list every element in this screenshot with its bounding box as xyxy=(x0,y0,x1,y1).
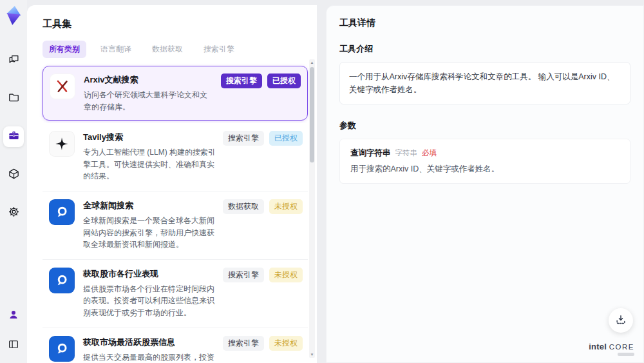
tool-name: 全球新闻搜索 xyxy=(83,200,216,211)
user-icon xyxy=(8,309,19,322)
tool-name: 获取市场最活跃股票信息 xyxy=(83,337,216,348)
app-sidebar xyxy=(0,0,27,363)
intro-section-title: 工具介绍 xyxy=(339,43,630,55)
panel-toggle-icon xyxy=(8,338,19,352)
category-badge: 搜索引擎 xyxy=(221,74,262,88)
tool-details-panel: 工具详情 工具介绍 一个用于从Arxiv存储库搜索科学论文和文章的工具。 输入可… xyxy=(326,5,644,363)
details-title: 工具详情 xyxy=(339,17,630,29)
auth-status-badge: 未授权 xyxy=(269,199,303,214)
tool-description: 提供股票市场各个行业在特定时间段内的表现。投资者可以利用这些信息来识别表现优于或… xyxy=(83,283,216,319)
sidebar-item-user[interactable] xyxy=(3,305,24,326)
param-required-badge: 必填 xyxy=(422,148,437,158)
tavily-sparkle-icon xyxy=(49,131,75,157)
category-tabs: 所有类别 语言翻译 数据获取 搜索引擎 xyxy=(43,41,303,58)
tool-description: 全球新闻搜索是一个聚合全球各大新闻网站内容的搜索引擎，帮助用户快速获取全球最新资… xyxy=(83,215,216,251)
category-badge: 搜索引擎 xyxy=(223,336,264,351)
scrollbar-thumb[interactable] xyxy=(310,67,314,162)
tool-intro-text: 一个用于从Arxiv存储库搜索科学论文和文章的工具。 输入可以是Arxiv ID… xyxy=(339,62,630,104)
app-logo-icon xyxy=(3,5,24,26)
download-button[interactable] xyxy=(609,308,633,333)
sidebar-item-files[interactable] xyxy=(3,88,24,109)
chat-icon xyxy=(8,54,20,68)
auth-status-badge: 已授权 xyxy=(269,131,303,146)
tool-list: Arxiv文献搜索 访问各个研究领域大量科学论文和文章的存储库。 搜索引擎 已授… xyxy=(43,66,308,363)
auth-status-badge: 未授权 xyxy=(269,268,303,282)
category-tab[interactable]: 语言翻译 xyxy=(94,41,138,58)
folder-icon xyxy=(8,92,20,106)
tool-name: 获取股市各行业表现 xyxy=(83,268,216,280)
category-badge: 搜索引擎 xyxy=(223,268,264,282)
category-tab[interactable]: 搜索引擎 xyxy=(197,41,241,58)
sidebar-item-settings[interactable] xyxy=(3,202,24,223)
tool-list-item[interactable]: 获取股市各行业表现 提供股票市场各个行业在特定时间段内的表现。投资者可以利用这些… xyxy=(43,260,308,328)
sidebar-item-chat[interactable] xyxy=(3,50,24,71)
blue-search-bubble-icon xyxy=(49,336,75,362)
blue-search-bubble-icon xyxy=(49,268,75,293)
tool-list-panel: 工具集 所有类别 语言翻译 数据获取 搜索引擎 Arxiv文献搜索 访问各个研究… xyxy=(27,5,317,363)
auth-status-badge: 未授权 xyxy=(269,336,303,351)
category-tab[interactable]: 数据获取 xyxy=(146,41,189,58)
intel-logo-text: intel xyxy=(589,342,607,351)
core-logo-text: CORE xyxy=(609,343,634,351)
scrollbar-up-icon[interactable]: ▲ xyxy=(309,59,315,66)
tool-description: 提供当天交易量最高的股票列表，投资者可以利用这些信息来识别流动性强的股票和潜在的… xyxy=(83,351,216,363)
auth-status-badge: 已授权 xyxy=(267,74,301,88)
intel-core-logo: intel CORE xyxy=(589,342,634,356)
category-badge: 搜索引擎 xyxy=(223,131,264,146)
arxiv-logo-icon xyxy=(50,74,75,99)
category-tab[interactable]: 所有类别 xyxy=(43,41,86,58)
tool-description: 专为人工智能代理 (LLM) 构建的搜索引擎工具。可快速提供实时、准确和真实的结… xyxy=(83,146,216,182)
tool-list-item[interactable]: 全球新闻搜索 全球新闻搜索是一个聚合全球各大新闻网站内容的搜索引擎，帮助用户快速… xyxy=(43,191,308,260)
param-card: 查询字符串 字符串 必填 用于搜索的Arxiv ID、关键字或作者姓名。 xyxy=(339,139,630,184)
sidebar-item-panel-toggle[interactable] xyxy=(3,335,24,355)
page-title: 工具集 xyxy=(43,18,303,30)
intel-sub-badge xyxy=(618,353,634,356)
gear-icon xyxy=(8,206,20,220)
tool-name: Arxiv文献搜索 xyxy=(84,74,214,86)
params-section-title: 参数 xyxy=(339,120,630,132)
param-description: 用于搜索的Arxiv ID、关键字或作者姓名。 xyxy=(350,164,620,175)
tool-description: 访问各个研究领域大量科学论文和文章的存储库。 xyxy=(84,89,214,113)
param-name: 查询字符串 xyxy=(350,148,391,159)
cube-icon xyxy=(8,168,20,182)
params-list: 查询字符串 字符串 必填 用于搜索的Arxiv ID、关键字或作者姓名。 xyxy=(339,139,630,184)
tool-name: Tavily搜索 xyxy=(83,132,216,143)
list-scrollbar[interactable]: ▲ ▼ xyxy=(309,59,315,358)
toolbox-icon xyxy=(8,130,20,144)
sidebar-item-models[interactable] xyxy=(3,164,24,185)
param-type: 字符串 xyxy=(395,148,418,158)
category-badge: 数据获取 xyxy=(223,199,264,214)
blue-search-bubble-icon xyxy=(49,199,75,225)
download-icon xyxy=(614,313,627,328)
tool-list-item[interactable]: Arxiv文献搜索 访问各个研究领域大量科学论文和文章的存储库。 搜索引擎 已授… xyxy=(43,66,308,121)
sidebar-item-tools[interactable] xyxy=(3,126,24,147)
tool-list-item[interactable]: 获取市场最活跃股票信息 提供当天交易量最高的股票列表，投资者可以利用这些信息来识… xyxy=(43,328,308,363)
tool-list-item[interactable]: Tavily搜索 专为人工智能代理 (LLM) 构建的搜索引擎工具。可快速提供实… xyxy=(43,123,308,191)
scrollbar-down-icon[interactable]: ▼ xyxy=(309,351,315,358)
